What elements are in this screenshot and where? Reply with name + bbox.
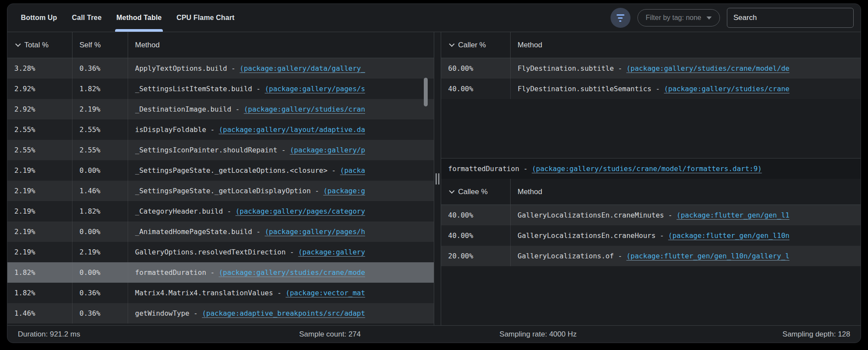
separator: - xyxy=(277,146,290,154)
callers-table-rows: 60.00%FlyDestination.subtitle - (package… xyxy=(441,58,861,99)
table-row[interactable]: 20.00%GalleryLocalizations.of - (package… xyxy=(441,246,861,266)
package-link[interactable]: (package:flutter_gen/gen_l10n/gallery_l xyxy=(626,252,789,260)
method-name: ApplyTextOptions.build xyxy=(135,64,227,73)
method-name: _SettingsIconPainter.shouldRepaint xyxy=(135,146,277,154)
separator: - xyxy=(614,252,627,260)
method-cell: isDisplayFoldable - (package:gallery/lay… xyxy=(128,119,434,140)
percent-cell: 2.92% xyxy=(7,99,73,119)
method-table-header: Total % Self % Method xyxy=(7,32,434,58)
table-row[interactable]: 2.92%2.19%_DestinationImage.build - (pac… xyxy=(7,99,434,119)
package-link[interactable]: (package:gallery/studies/crane/model/de xyxy=(626,64,789,73)
column-header-caller-pct[interactable]: Caller % xyxy=(441,32,511,58)
method-cell: GalleryLocalizationsEn.craneHours - (pac… xyxy=(511,225,861,246)
table-row[interactable]: 40.00%GalleryLocalizationsEn.craneMinute… xyxy=(441,205,861,225)
method-cell: ApplyTextOptions.build - (package:galler… xyxy=(128,58,434,79)
method-cell: FlyDestination.subtitle - (package:galle… xyxy=(511,58,861,79)
percent-cell: 2.19% xyxy=(7,221,73,242)
column-header-callee-pct[interactable]: Callee % xyxy=(441,179,511,205)
method-name: _SettingsPageState._getLocaleDisplayOpti… xyxy=(135,187,311,195)
table-row[interactable]: 1.82%0.36%Matrix4.Matrix4.translationVal… xyxy=(7,283,434,303)
percent-cell: 0.00% xyxy=(73,221,128,242)
column-header-method[interactable]: Method xyxy=(511,179,861,205)
method-cell: GalleryLocalizationsEn.craneMinutes - (p… xyxy=(511,205,861,225)
package-link[interactable]: (package:gallery/studies/crane/mode xyxy=(219,268,365,277)
tab-method-table[interactable]: Method Table xyxy=(109,4,169,32)
column-header-method[interactable]: Method xyxy=(128,32,434,58)
status-sampling-depth: Sampling depth: 128 xyxy=(642,330,850,339)
table-row[interactable]: 40.00%GalleryLocalizationsEn.craneHours … xyxy=(441,225,861,246)
method-name: Matrix4.Matrix4.translationValues xyxy=(135,289,273,297)
method-name: FlyDestination.subtitle xyxy=(518,64,614,73)
package-link[interactable]: (package:g xyxy=(323,187,365,195)
column-header-total[interactable]: Total % xyxy=(7,32,73,58)
percent-cell: 40.00% xyxy=(441,225,511,246)
panel-divider xyxy=(434,32,441,325)
table-row[interactable]: 3.28%0.36%ApplyTextOptions.build - (pack… xyxy=(7,58,434,79)
package-link[interactable]: (package:gallery/studies/cran xyxy=(244,105,365,113)
table-row[interactable]: 2.19%1.46%_SettingsPageState._getLocaleD… xyxy=(7,181,434,201)
tab-call-tree[interactable]: Call Tree xyxy=(65,4,109,32)
column-header-method[interactable]: Method xyxy=(511,32,861,58)
method-cell: _SettingsListItemState.build - (package:… xyxy=(128,79,434,99)
panel-drag-handle[interactable] xyxy=(436,173,439,185)
separator: - xyxy=(223,207,235,215)
percent-cell: 2.19% xyxy=(7,160,73,181)
table-row[interactable]: 2.55%2.55%isDisplayFoldable - (package:g… xyxy=(7,119,434,140)
selected-tab-indicator xyxy=(115,29,163,32)
separator: - xyxy=(227,64,240,73)
percent-cell: 2.92% xyxy=(7,79,73,99)
package-link[interactable]: (package:gallery/studies/crane/model/for… xyxy=(532,165,762,173)
method-name: formattedDuration xyxy=(135,268,206,277)
package-link[interactable]: (package:gallery/p xyxy=(290,146,365,154)
call-details-panel: Caller % Method 60.00%FlyDestination.sub… xyxy=(441,32,861,325)
package-link[interactable]: (package:flutter_gen/gen_l1 xyxy=(677,211,789,219)
package-link[interactable]: (package:gallery/data/gallery_ xyxy=(240,64,365,73)
method-cell: _CategoryHeader.build - (package:gallery… xyxy=(128,201,434,221)
package-link[interactable]: (package:adaptive_breakpoints/src/adapt xyxy=(202,309,365,317)
package-link[interactable]: (package:gallery xyxy=(298,248,365,256)
table-row[interactable]: 2.19%0.00%_SettingsPageState._getLocaleO… xyxy=(7,160,434,181)
sort-chevron-icon xyxy=(15,41,21,47)
column-header-label: Method xyxy=(135,41,160,50)
method-name: _DestinationImage.build xyxy=(135,105,231,113)
percent-cell: 0.00% xyxy=(73,160,128,181)
percent-cell: 60.00% xyxy=(441,58,511,79)
package-link[interactable]: (package:vector_mat xyxy=(286,289,365,297)
table-row[interactable]: 2.19%1.82%_CategoryHeader.build - (packa… xyxy=(7,201,434,221)
package-link[interactable]: (package:gallery/pages/h xyxy=(265,228,365,236)
method-name: FlyDestination.subtitleSemantics xyxy=(518,85,651,93)
table-row[interactable]: 2.19%2.19%GalleryOptions.resolvedTextDir… xyxy=(7,242,434,262)
package-link[interactable]: (package:gallery/layout/adaptive.da xyxy=(219,125,365,134)
package-link[interactable]: (package:flutter_gen/gen_l10n xyxy=(668,231,789,240)
search-input[interactable] xyxy=(727,8,854,28)
package-link[interactable]: (package:gallery/pages/s xyxy=(265,85,365,93)
selected-method-bar: formattedDuration - (package:gallery/stu… xyxy=(441,158,861,179)
filter-button[interactable] xyxy=(611,8,630,28)
table-row[interactable]: 40.00%FlyDestination.subtitleSemantics -… xyxy=(441,79,861,99)
package-link[interactable]: (packa xyxy=(340,166,365,175)
package-link[interactable]: (package:gallery/pages/category xyxy=(235,207,365,215)
separator: - xyxy=(614,64,627,73)
table-row[interactable]: 1.82%0.00%formattedDuration - (package:g… xyxy=(7,262,434,283)
tab-cpu-flame-chart[interactable]: CPU Flame Chart xyxy=(169,4,242,32)
callers-table-header: Caller % Method xyxy=(441,32,861,58)
package-link[interactable]: (package:gallery/studies/crane xyxy=(664,85,789,93)
column-header-self[interactable]: Self % xyxy=(73,32,128,58)
table-row[interactable]: 2.19%0.00%_AnimatedHomePageState.build -… xyxy=(7,221,434,242)
separator: - xyxy=(327,166,340,175)
separator: - xyxy=(651,85,664,93)
percent-cell: 1.82% xyxy=(7,283,73,303)
percent-cell: 1.82% xyxy=(7,262,73,283)
table-row[interactable]: 2.92%1.82%_SettingsListItemState.build -… xyxy=(7,79,434,99)
table-row[interactable]: 2.55%2.55%_SettingsIconPainter.shouldRep… xyxy=(7,140,434,160)
method-name: getWindowType xyxy=(135,309,189,317)
scrollbar-thumb[interactable] xyxy=(424,78,428,106)
column-header-label: Callee % xyxy=(458,188,488,196)
filter-by-tag-label: Filter by tag: none xyxy=(646,14,701,22)
table-row[interactable]: 1.46%0.36%getWindowType - (package:adapt… xyxy=(7,303,434,324)
percent-cell: 0.00% xyxy=(73,262,128,283)
callees-empty-space xyxy=(441,266,861,325)
tab-bottom-up[interactable]: Bottom Up xyxy=(13,4,65,32)
table-row[interactable]: 60.00%FlyDestination.subtitle - (package… xyxy=(441,58,861,79)
filter-by-tag-dropdown[interactable]: Filter by tag: none xyxy=(637,9,720,26)
